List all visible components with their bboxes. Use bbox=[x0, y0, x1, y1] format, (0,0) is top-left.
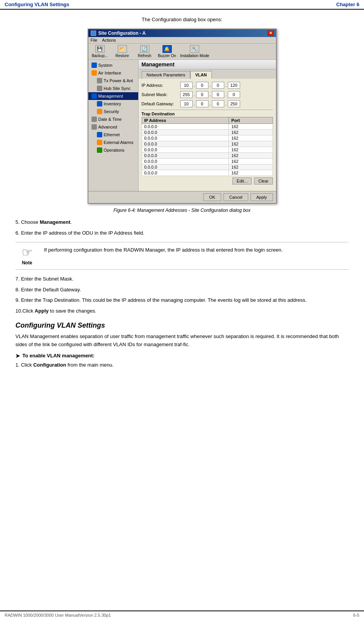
menu-file[interactable]: File bbox=[91, 38, 98, 42]
ok-button[interactable]: OK bbox=[203, 193, 221, 201]
tab-vlan[interactable]: VLAN bbox=[190, 71, 212, 79]
subnet-octet-1[interactable] bbox=[180, 91, 193, 98]
header-right: Chapter 6 bbox=[336, 2, 359, 7]
air-interface-icon bbox=[91, 70, 97, 76]
proc-step-1: 1. Click Configuration from the main men… bbox=[15, 361, 349, 369]
subnet-octet-2[interactable] bbox=[196, 91, 208, 98]
dialog-toolbar: 💾 Backup... 📂 Restore 🔄 Refresh 🔔 Buzzer… bbox=[88, 44, 276, 60]
dialog-titlebar: Site Configuration - A ✕ bbox=[88, 29, 276, 37]
subnet-mask-inputs: . . . bbox=[180, 91, 240, 98]
toolbar-backup[interactable]: 💾 Backup... bbox=[91, 45, 109, 58]
main-content: The Configuration dialog box opens: Site… bbox=[0, 10, 364, 379]
tx-power-icon bbox=[97, 78, 102, 83]
table-row: 0.0.0.0162 bbox=[142, 170, 273, 176]
apply-button[interactable]: Apply bbox=[251, 193, 273, 201]
backup-label: Backup... bbox=[92, 54, 108, 58]
toolbar-installation-mode[interactable]: 🔧 Installation Mode bbox=[180, 45, 210, 58]
dialog-tabs: Network Parameters VLAN bbox=[139, 69, 276, 79]
buzzer-icon: 🔔 bbox=[163, 45, 172, 53]
sidebar-item-hub-site-sync[interactable]: Hub Site Sync bbox=[88, 85, 138, 92]
sidebar-item-management[interactable]: Management bbox=[88, 92, 138, 100]
sidebar-label-inventory: Inventory bbox=[104, 101, 121, 106]
step-5-bold: Management bbox=[40, 219, 70, 225]
sidebar-item-tx-power[interactable]: Tx Power & Ant bbox=[88, 77, 138, 85]
step-10-text: 10.Click Apply to save the changes. bbox=[15, 308, 97, 314]
management-icon bbox=[91, 93, 97, 99]
sidebar-label-tx-power: Tx Power & Ant bbox=[104, 78, 133, 83]
dialog-menubar: File Actions bbox=[88, 37, 276, 44]
table-cell: 0.0.0.0 bbox=[142, 135, 229, 141]
step-9-text: 9. Enter the Trap Destination. This coul… bbox=[15, 297, 306, 303]
step-9: 9. Enter the Trap Destination. This coul… bbox=[15, 296, 349, 304]
dialog-close-button[interactable]: ✕ bbox=[267, 30, 274, 36]
clear-button[interactable]: Clear bbox=[254, 178, 273, 184]
ip-octet-1[interactable] bbox=[180, 82, 193, 89]
page-footer: RADWIN 1000/2000/3000 User ManualVersion… bbox=[0, 611, 364, 619]
refresh-label: Refresh bbox=[138, 54, 151, 58]
dialog-body: System Air Interface Tx Power & Ant Hub … bbox=[88, 60, 276, 191]
edit-button[interactable]: Edit... bbox=[232, 178, 252, 184]
table-cell: 0.0.0.0 bbox=[142, 164, 229, 170]
sidebar-item-security[interactable]: Security bbox=[88, 108, 138, 115]
dialog-app-icon bbox=[91, 30, 96, 36]
procedure-arrow: ➤ bbox=[15, 353, 20, 359]
gateway-octet-1[interactable] bbox=[180, 100, 193, 107]
sidebar-label-system: System bbox=[98, 63, 113, 68]
cancel-button[interactable]: Cancel bbox=[223, 193, 248, 201]
ip-octet-4[interactable] bbox=[228, 82, 240, 89]
gateway-octet-2[interactable] bbox=[196, 100, 208, 107]
gateway-octet-4[interactable] bbox=[228, 100, 240, 107]
table-row: 0.0.0.0162 bbox=[142, 135, 273, 141]
dialog-right-panel: Management Network Parameters VLAN IP Ad… bbox=[139, 60, 276, 191]
step-5-num: 5. Choose bbox=[15, 219, 40, 225]
table-cell: 162 bbox=[229, 141, 273, 147]
sidebar-item-external-alarms[interactable]: External Alarms bbox=[88, 139, 138, 146]
inventory-icon bbox=[97, 101, 102, 107]
sidebar-item-system[interactable]: System bbox=[88, 61, 138, 69]
menu-actions[interactable]: Actions bbox=[102, 38, 116, 42]
ip-octet-3[interactable] bbox=[212, 82, 224, 89]
note-text: If performing configuration from the RAD… bbox=[44, 246, 283, 254]
sidebar-item-ethernet[interactable]: Ethernet bbox=[88, 131, 138, 139]
table-cell: 0.0.0.0 bbox=[142, 170, 229, 176]
security-icon bbox=[97, 109, 102, 114]
toolbar-buzzer-on[interactable]: 🔔 Buzzer On bbox=[158, 45, 176, 58]
step-8-text: 8. Enter the Default Gateway. bbox=[15, 287, 81, 293]
note-hand-icon: ☞ bbox=[22, 246, 33, 259]
tab-network-parameters[interactable]: Network Parameters bbox=[142, 71, 190, 79]
ip-address-label: IP Address: bbox=[142, 83, 180, 88]
trap-col-ip: IP Address bbox=[142, 117, 229, 124]
gateway-octet-3[interactable] bbox=[212, 100, 224, 107]
intro-text: The Configuration dialog box opens: bbox=[15, 17, 349, 22]
subnet-octet-3[interactable] bbox=[212, 91, 224, 98]
table-row: 0.0.0.0162 bbox=[142, 159, 273, 164]
sidebar-item-air-interface[interactable]: Air Interface bbox=[88, 69, 138, 77]
toolbar-refresh[interactable]: 🔄 Refresh bbox=[135, 45, 154, 58]
sidebar-item-inventory[interactable]: Inventory bbox=[88, 100, 138, 108]
note-icon-area: ☞ Note bbox=[15, 246, 39, 266]
tab-content: IP Address: . . . Subnet Ma bbox=[139, 79, 276, 188]
sidebar-item-advanced[interactable]: Advanced bbox=[88, 123, 138, 131]
toolbar-restore[interactable]: 📂 Restore bbox=[113, 45, 132, 58]
apply-bold: Apply bbox=[35, 308, 49, 314]
operations-icon bbox=[97, 147, 102, 153]
figure-caption: Figure 6-4: Management Addresses - Site … bbox=[15, 208, 349, 213]
table-cell: 0.0.0.0 bbox=[142, 153, 229, 159]
table-row: 0.0.0.0162 bbox=[142, 141, 273, 147]
config-bold: Configuration bbox=[33, 362, 66, 368]
subnet-octet-4[interactable] bbox=[228, 91, 240, 98]
table-cell: 162 bbox=[229, 124, 273, 130]
dialog-title: Site Configuration - A bbox=[98, 30, 146, 36]
footer-left: RADWIN 1000/2000/3000 User ManualVersion… bbox=[5, 613, 111, 617]
table-cell: 0.0.0.0 bbox=[142, 159, 229, 164]
table-cell: 162 bbox=[229, 164, 273, 170]
sidebar-item-operations[interactable]: Operations bbox=[88, 146, 138, 154]
sidebar-item-date-time[interactable]: Date & Time bbox=[88, 115, 138, 123]
advanced-icon bbox=[91, 124, 97, 130]
sidebar-label-ethernet: Ethernet bbox=[104, 132, 120, 137]
backup-icon: 💾 bbox=[95, 45, 105, 53]
dialog-window: Site Configuration - A ✕ File Actions 💾 … bbox=[88, 29, 277, 204]
default-gateway-row: Default Gateway: . . . bbox=[142, 100, 273, 107]
ip-octet-2[interactable] bbox=[196, 82, 208, 89]
section-body-text: VLAN Management enables separation of us… bbox=[15, 333, 349, 349]
